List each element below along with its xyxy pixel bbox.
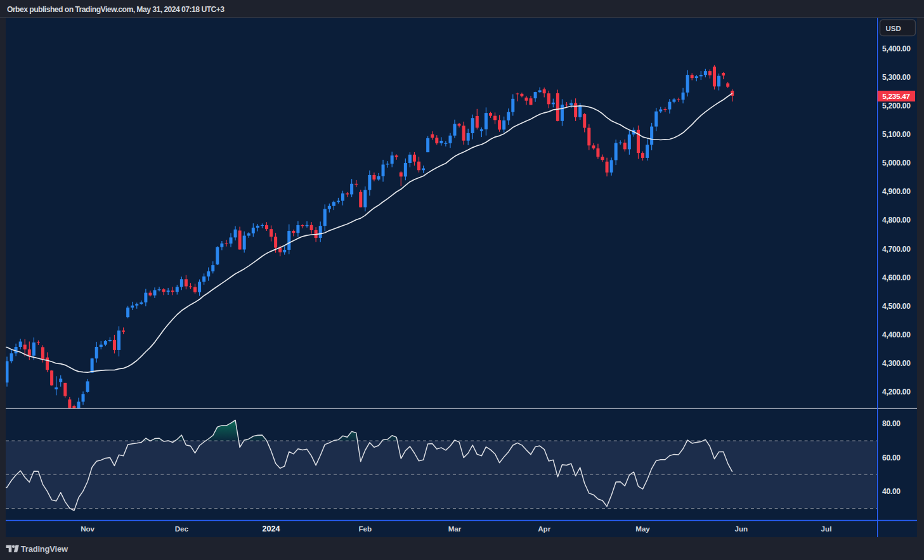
svg-text:May: May bbox=[635, 524, 650, 533]
svg-text:5,000.00: 5,000.00 bbox=[882, 159, 911, 167]
svg-text:4,200.00: 4,200.00 bbox=[882, 387, 911, 396]
svg-text:4,900.00: 4,900.00 bbox=[882, 187, 911, 196]
svg-text:Mar: Mar bbox=[448, 524, 462, 533]
svg-text:4,500.00: 4,500.00 bbox=[882, 302, 911, 311]
svg-text:Nov: Nov bbox=[81, 524, 94, 533]
svg-text:60.00: 60.00 bbox=[882, 453, 901, 462]
svg-text:4,800.00: 4,800.00 bbox=[882, 216, 911, 225]
svg-text:4,400.00: 4,400.00 bbox=[882, 330, 911, 339]
svg-text:40.00: 40.00 bbox=[882, 487, 901, 496]
svg-text:4,700.00: 4,700.00 bbox=[882, 245, 911, 254]
svg-text:Feb: Feb bbox=[358, 524, 372, 533]
svg-text:5,200.00: 5,200.00 bbox=[882, 101, 911, 110]
svg-text:5,300.00: 5,300.00 bbox=[882, 73, 911, 82]
svg-text:Jul: Jul bbox=[821, 524, 832, 533]
svg-text:2024: 2024 bbox=[262, 524, 280, 533]
svg-text:Jun: Jun bbox=[734, 524, 748, 533]
svg-text:Dec: Dec bbox=[175, 524, 189, 533]
svg-text:5,235.47: 5,235.47 bbox=[882, 92, 910, 101]
svg-text:Orbex published on TradingView: Orbex published on TradingView.com, May … bbox=[7, 5, 224, 14]
svg-text:5,400.00: 5,400.00 bbox=[882, 44, 911, 53]
svg-text:USD: USD bbox=[886, 25, 901, 32]
svg-text:Apr: Apr bbox=[538, 524, 550, 533]
svg-text:TradingView: TradingView bbox=[21, 544, 68, 554]
svg-text:4,600.00: 4,600.00 bbox=[882, 273, 911, 282]
svg-text:4,300.00: 4,300.00 bbox=[882, 359, 911, 368]
svg-text:80.00: 80.00 bbox=[882, 419, 901, 428]
svg-text:5,100.00: 5,100.00 bbox=[882, 130, 911, 139]
